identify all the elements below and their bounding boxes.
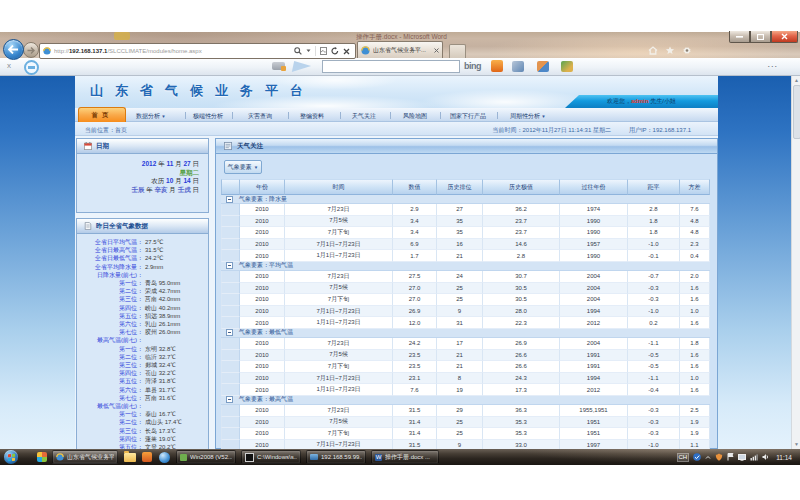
nav-item-2[interactable]: 极端性分析 xyxy=(193,112,223,121)
table-row[interactable]: 20107月1日~7月23日26.9928.01994-1.01.0 xyxy=(221,306,710,318)
table-row[interactable]: 20107月1日~7月23日31.5933.01997-1.01.1 xyxy=(221,440,710,449)
column-header[interactable]: 数值 xyxy=(393,179,437,195)
table-row[interactable]: 20107月23日31.52936.31955,1951-0.32.5 xyxy=(221,405,710,417)
bing-button-icon[interactable] xyxy=(491,60,503,72)
table-group-row[interactable]: 气象要素：降水量 xyxy=(221,195,710,204)
column-header[interactable]: 时间 xyxy=(285,179,393,195)
pinned-app-icon[interactable] xyxy=(37,452,47,462)
close-button[interactable] xyxy=(771,31,798,43)
table-row[interactable]: 20107月23日27.52430.72004-0.72.0 xyxy=(221,271,710,283)
nav-item-3[interactable]: 灾害查询 xyxy=(248,112,272,121)
nav-item-6[interactable]: 风险地图 xyxy=(403,112,427,121)
table-row[interactable]: 20107月23日2.92736.219742.87.6 xyxy=(221,204,710,216)
collapse-icon[interactable] xyxy=(226,262,233,269)
compatibility-view-icon[interactable] xyxy=(320,47,327,55)
taskbar-clock[interactable]: 11:14 xyxy=(776,454,792,461)
back-button[interactable] xyxy=(3,39,24,60)
taskbar-button-active[interactable]: 山东省气候业务平... xyxy=(52,450,118,464)
table-cell: 2010 xyxy=(240,373,285,385)
table-row[interactable]: 20107月下旬3.43523.719901.84.8 xyxy=(221,227,710,239)
column-header[interactable]: 年份 xyxy=(240,179,285,195)
minimize-button[interactable] xyxy=(729,31,750,43)
table-row[interactable]: 20107月5候23.52126.61991-0.51.6 xyxy=(221,350,710,362)
forward-button[interactable] xyxy=(23,42,39,58)
table-row[interactable]: 20101月1日~7月23日12.03122.320120.21.6 xyxy=(221,317,710,329)
table-cell xyxy=(221,440,240,449)
vertical-scrollbar[interactable]: ▲ ▼ xyxy=(791,76,800,449)
tab-close-icon[interactable] xyxy=(434,48,439,53)
app-icon-orange[interactable] xyxy=(142,452,152,462)
scrollbar-thumb[interactable] xyxy=(793,85,800,139)
bing-logo[interactable]: bing xyxy=(464,61,481,71)
taskbar-button-vm[interactable]: Win2008 (V52... xyxy=(176,450,236,464)
nav-item-4[interactable]: 整编资料 xyxy=(300,112,324,121)
nav-item-1[interactable]: 数据分析 ▼ xyxy=(136,112,166,121)
column-header[interactable]: 历史极值 xyxy=(483,179,560,195)
tray-display-icon[interactable] xyxy=(738,454,746,461)
toolbar-search-input[interactable] xyxy=(322,60,460,73)
tray-show-hidden-icon[interactable] xyxy=(705,455,711,460)
tray-flag-icon[interactable] xyxy=(727,453,734,461)
refresh-icon[interactable] xyxy=(331,47,339,55)
search-dropdown-icon[interactable] xyxy=(306,49,311,53)
stop-icon[interactable] xyxy=(343,48,350,55)
toolbar-close-icon[interactable]: x xyxy=(7,62,11,70)
nav-item-5[interactable]: 天气关注 xyxy=(352,112,376,121)
home-icon[interactable] xyxy=(648,46,658,55)
toolbar-overflow-dots[interactable]: ... xyxy=(767,59,778,69)
table-row[interactable]: 20101月1日~7月23日1.7212.81990-0.10.4 xyxy=(221,250,710,262)
tray-network-icon[interactable] xyxy=(750,454,758,461)
snapshot-icon[interactable] xyxy=(272,62,285,70)
collapse-icon[interactable] xyxy=(226,396,233,403)
table-row[interactable]: 20107月5候31.42535.31951-0.31.9 xyxy=(221,417,710,429)
tray-volume-icon[interactable] xyxy=(762,453,770,461)
table-row[interactable]: 20101月1日~7月23日7.61917.32012-0.41.6 xyxy=(221,384,710,396)
table-group-row[interactable]: 气象要素：最低气温 xyxy=(221,329,710,338)
table-row[interactable]: 20107月1日~7月23日23.1824.31994-1.11.0 xyxy=(221,373,710,385)
toolbar-icon-1[interactable] xyxy=(512,61,524,72)
explorer-icon[interactable] xyxy=(124,453,136,462)
favorites-star-icon[interactable] xyxy=(665,46,675,55)
column-header[interactable]: 过往年份 xyxy=(560,179,628,195)
windows-taskbar: 山东省气候业务平... Win2008 (V52... C:\Windows\s… xyxy=(0,449,800,465)
nav-item-7[interactable]: 国家下行产品 xyxy=(450,112,486,121)
taskbar-button-remote[interactable]: 192.168.59.99... xyxy=(306,450,366,464)
collapse-icon[interactable] xyxy=(226,329,233,336)
nav-item-home[interactable]: 首页 xyxy=(78,107,126,122)
tray-security-icon[interactable] xyxy=(715,453,723,461)
column-header[interactable] xyxy=(221,179,240,195)
browser-tab[interactable]: 山东省气候业务平... xyxy=(357,41,443,58)
tray-app-icon[interactable] xyxy=(693,453,701,461)
collapse-icon[interactable] xyxy=(226,196,233,203)
maximize-button[interactable] xyxy=(750,31,771,43)
address-bar[interactable]: http://192.168.137.1/SLCCLIMATE/modules/… xyxy=(39,43,356,59)
taskbar-button-word[interactable]: W 操作手册.docx ... xyxy=(371,450,439,464)
taskbar-button-cmd[interactable]: C:\Windows\s... xyxy=(241,450,301,464)
tools-gear-icon[interactable] xyxy=(682,46,692,55)
language-indicator[interactable]: CH xyxy=(677,453,690,462)
table-row[interactable]: 20107月下旬27.02530.52004-0.31.6 xyxy=(221,294,710,306)
table-group-row[interactable]: 气象要素：平均气温 xyxy=(221,262,710,271)
toolbar-icon-3[interactable] xyxy=(561,61,573,72)
table-row[interactable]: 20107月23日24.21726.92004-1.11.8 xyxy=(221,338,710,350)
table-row[interactable]: 20107月下旬31.42535.31951-0.31.9 xyxy=(221,428,710,440)
new-tab-button[interactable] xyxy=(449,44,466,59)
share-icon[interactable] xyxy=(292,61,312,72)
column-header[interactable]: 距平 xyxy=(628,179,680,195)
scroll-down-icon[interactable]: ▼ xyxy=(793,441,800,448)
table-row[interactable]: 20107月1日~7月23日6.91614.61957-1.02.3 xyxy=(221,239,710,251)
column-header[interactable]: 历史排位 xyxy=(437,179,483,195)
blocked-addon-icon[interactable] xyxy=(24,60,39,75)
search-icon[interactable] xyxy=(294,47,302,55)
scroll-up-icon[interactable]: ▲ xyxy=(793,77,800,84)
start-button[interactable] xyxy=(4,450,18,464)
toolbar-icon-2[interactable] xyxy=(537,61,549,72)
column-header[interactable]: 方差 xyxy=(680,179,710,195)
table-group-row[interactable]: 气象要素：最高气温 xyxy=(221,396,710,405)
table-row[interactable]: 20107月下旬23.52126.61991-0.51.6 xyxy=(221,361,710,373)
element-dropdown-button[interactable]: 气象要素▼ xyxy=(224,160,262,174)
table-row[interactable]: 20107月5候27.02530.52004-0.31.6 xyxy=(221,283,710,295)
nav-item-8[interactable]: 周期性分析 ▼ xyxy=(510,112,546,121)
app-icon-blue[interactable] xyxy=(159,452,170,463)
table-row[interactable]: 20107月5候3.43523.719901.84.8 xyxy=(221,216,710,228)
